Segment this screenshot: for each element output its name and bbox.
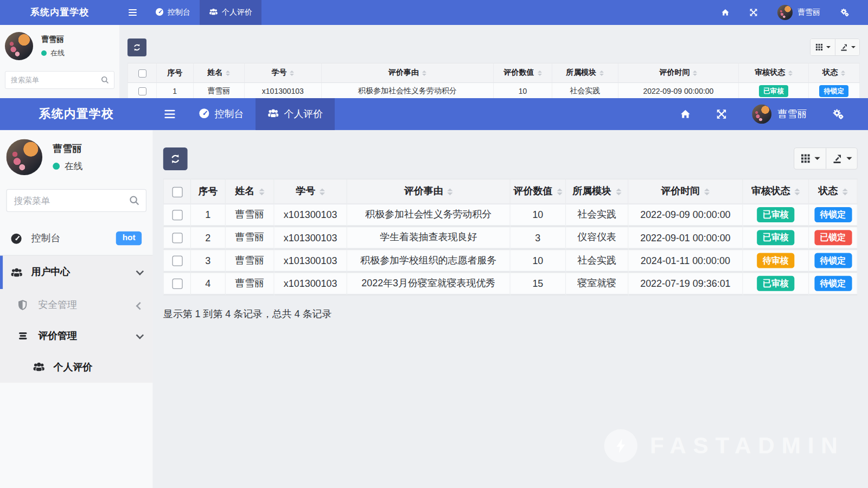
col-module[interactable]: 所属模块 — [552, 63, 618, 83]
col-status[interactable]: 状态 — [809, 63, 860, 83]
brand-title[interactable]: 系统内置学校 — [0, 98, 153, 130]
chevron-down-icon — [136, 267, 144, 275]
col-time[interactable]: 评价时间 — [618, 63, 739, 83]
avatar[interactable] — [5, 32, 33, 60]
fullscreen-button[interactable] — [716, 108, 727, 119]
home-button[interactable] — [721, 8, 730, 17]
col-reason[interactable]: 评价事由 — [322, 63, 494, 83]
user-menu[interactable]: 曹雪丽 — [752, 105, 807, 124]
main-content: 序号 姓名 学号 评价事由 评价数值 所属模块 评价时间 审核状态 状态 1 曹… — [119, 25, 868, 98]
cell-reason: 2022年3月份寝室就寝表现优秀 — [347, 273, 510, 296]
online-dot-icon — [53, 163, 60, 170]
users-icon — [209, 8, 218, 18]
sort-icon — [290, 68, 294, 78]
col-student-id[interactable]: 学号 — [275, 178, 347, 204]
refresh-icon — [133, 43, 141, 52]
sidebar-user-name: 曹雪丽 — [53, 143, 82, 155]
settings-button[interactable] — [832, 108, 844, 119]
sort-icon — [259, 185, 264, 198]
columns-dropdown-button[interactable] — [794, 148, 826, 169]
cell-name: 曹雪丽 — [226, 204, 275, 227]
sort-icon — [320, 185, 325, 198]
table-header-row: 序号 姓名 学号 评价事由 评价数值 所属模块 评价时间 审核状态 状态 — [163, 178, 858, 204]
menu-search-input[interactable] — [7, 189, 147, 212]
cogs-icon — [832, 108, 844, 119]
brand-title[interactable]: 系统内置学校 — [0, 0, 119, 25]
cell-reason: 积极参加学校组织的志愿者服务 — [347, 250, 510, 273]
export-dropdown-button[interactable] — [835, 39, 859, 55]
topnav-item-personal-eval[interactable]: 个人评价 — [200, 0, 261, 25]
col-name[interactable]: 姓名 — [194, 63, 245, 83]
cell-time: 2022-09-09 00:00:00 — [628, 204, 743, 227]
cell-name: 曹雪丽 — [226, 273, 275, 296]
select-all-checkbox[interactable] — [138, 69, 146, 78]
pagination-summary: 显示第 1 到第 4 条记录，总共 4 条记录 — [163, 309, 858, 321]
grid-icon — [815, 43, 823, 51]
topnav-item-dashboard[interactable]: 控制台 — [146, 0, 200, 25]
menu-search-input[interactable] — [5, 71, 114, 89]
row-checkbox[interactable] — [172, 279, 182, 289]
col-reason[interactable]: 评价事由 — [347, 178, 510, 204]
app-window: 系统内置学校 控制台 个人评价 — [0, 98, 868, 488]
topnav-item-personal-eval[interactable]: 个人评价 — [256, 98, 335, 130]
sidebar-item-user-center[interactable]: 用户中心 — [0, 256, 153, 289]
sidebar-item-evaluation[interactable]: 评价管理 — [0, 320, 153, 352]
sort-icon — [226, 68, 230, 78]
sidebar-item-security[interactable]: 安全管理 — [0, 289, 153, 320]
fullscreen-button[interactable] — [749, 8, 758, 17]
cell-module: 社会实践 — [566, 250, 628, 273]
cell-index: 1 — [191, 204, 226, 227]
col-status[interactable]: 状态 — [809, 178, 858, 204]
settings-button[interactable] — [840, 8, 850, 17]
page-zoomed: 系统内置学校 控制台 个人评价 — [0, 98, 868, 488]
sort-icon — [841, 68, 845, 78]
sidebar-user-panel: 曹雪丽 在线 — [0, 25, 119, 66]
home-icon — [680, 108, 691, 119]
cell-name: 曹雪丽 — [226, 250, 275, 273]
refresh-button[interactable] — [127, 38, 146, 56]
select-all-checkbox[interactable] — [172, 187, 182, 197]
col-name[interactable]: 姓名 — [226, 178, 275, 204]
avatar[interactable] — [7, 139, 43, 176]
col-time[interactable]: 评价时间 — [628, 178, 743, 204]
sort-icon — [704, 185, 710, 198]
col-value[interactable]: 评价数值 — [494, 63, 552, 83]
cell-time: 2022-07-19 09:36:01 — [628, 273, 743, 296]
cell-name: 曹雪丽 — [226, 227, 275, 250]
export-dropdown-button[interactable] — [826, 148, 857, 169]
users-icon — [10, 266, 23, 278]
export-icon — [840, 43, 848, 52]
cell-index: 1 — [157, 83, 194, 98]
top-nav: 控制台 个人评价 — [119, 0, 261, 25]
row-checkbox[interactable] — [172, 210, 182, 221]
col-audit-status[interactable]: 审核状态 — [743, 178, 809, 204]
cell-index: 2 — [191, 227, 226, 250]
col-index: 序号 — [157, 63, 194, 83]
row-checkbox[interactable] — [138, 87, 146, 95]
table-row: 4 曹雪丽 x101300103 2022年3月份寝室就寝表现优秀 15 寝室就… — [163, 273, 858, 296]
cell-value: 15 — [510, 273, 566, 296]
caret-down-icon — [846, 157, 852, 163]
sort-icon — [538, 68, 542, 78]
menu-label: 安全管理 — [38, 298, 77, 311]
columns-dropdown-button[interactable] — [810, 39, 835, 55]
cell-time: 2022-09-09 00:00:00 — [618, 83, 739, 98]
row-checkbox[interactable] — [172, 256, 182, 266]
col-module[interactable]: 所属模块 — [566, 178, 628, 204]
sidebar-item-dashboard[interactable]: 控制台 hot — [0, 222, 153, 255]
topnav-item-dashboard[interactable]: 控制台 — [187, 98, 256, 130]
user-menu[interactable]: 曹雪丽 — [777, 5, 820, 20]
col-value[interactable]: 评价数值 — [510, 178, 566, 204]
sidebar-toggle-button[interactable] — [153, 98, 187, 130]
home-button[interactable] — [680, 108, 691, 119]
refresh-button[interactable] — [163, 147, 188, 170]
caret-down-icon — [851, 46, 856, 50]
col-audit-status[interactable]: 审核状态 — [739, 63, 808, 83]
col-student-id[interactable]: 学号 — [245, 63, 322, 83]
row-checkbox[interactable] — [172, 233, 182, 243]
sidebar-item-personal-eval[interactable]: 个人评价 — [0, 351, 153, 383]
dashboard-icon — [155, 8, 164, 18]
app-window: 系统内置学校 控制台 个人评价 — [0, 0, 868, 98]
sidebar-toggle-button[interactable] — [119, 0, 146, 25]
topnav-label: 个人评价 — [222, 8, 252, 17]
